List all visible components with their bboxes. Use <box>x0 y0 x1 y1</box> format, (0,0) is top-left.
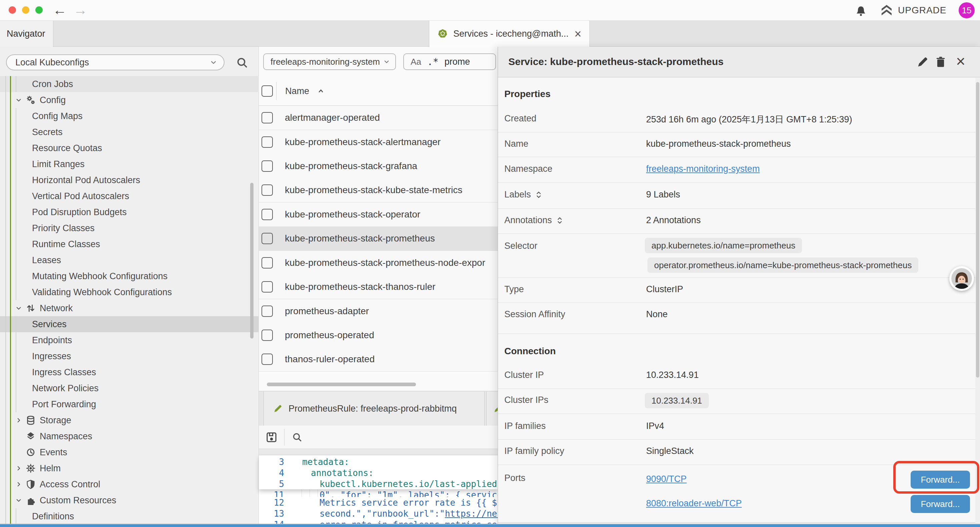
row-checkbox[interactable] <box>261 209 273 220</box>
sidebar-item-pod-disruption-budgets[interactable]: Pod Disruption Budgets <box>0 204 259 220</box>
chevron-down-icon[interactable] <box>15 496 23 504</box>
namespace-link[interactable]: freeleaps-monitoring-system <box>646 164 760 174</box>
property-value[interactable]: 9 Labels <box>646 189 680 200</box>
row-checkbox[interactable] <box>261 112 273 123</box>
sidebar-item-cron-jobs[interactable]: Cron Jobs <box>0 76 259 92</box>
close-icon[interactable]: × <box>574 27 581 41</box>
sidebar-group-config[interactable]: Config <box>0 92 259 108</box>
horizontal-scrollbar[interactable] <box>267 382 416 386</box>
table-row[interactable]: kube-prometheus-stack-grafana <box>259 154 498 178</box>
table-row-selected[interactable]: kube-prometheus-stack-prometheus <box>259 226 498 251</box>
sidebar-item-limit-ranges[interactable]: Limit Ranges <box>0 156 259 172</box>
avatar[interactable] <box>949 266 974 291</box>
search-input[interactable]: prome <box>445 57 470 67</box>
editor-search-icon[interactable] <box>291 431 303 443</box>
forward-button[interactable]: Forward... <box>911 495 970 513</box>
sidebar-item-leases[interactable]: Leases <box>0 252 259 268</box>
sidebar-item-endpoints[interactable]: Endpoints <box>0 332 259 348</box>
sidebar-item-ingresses[interactable]: Ingresses <box>0 348 259 364</box>
sort-updown-icon[interactable] <box>535 191 543 199</box>
chevron-right-icon[interactable] <box>15 416 23 424</box>
sidebar-group-access-control[interactable]: Access Control <box>0 476 259 492</box>
chevron-right-icon[interactable] <box>15 480 23 488</box>
sidebar-group-helm[interactable]: Helm <box>0 460 259 476</box>
navigator-scrollbar[interactable] <box>250 183 253 339</box>
traffic-light-zoom[interactable] <box>35 6 43 14</box>
sidebar-group-network[interactable]: Network <box>0 300 259 316</box>
notifications-bell-icon[interactable] <box>854 4 867 17</box>
row-checkbox[interactable] <box>261 233 273 244</box>
table-row[interactable]: prometheus-adapter <box>259 299 498 323</box>
editor-line[interactable]: 13 second.","runbook_url":" https://net <box>259 508 498 519</box>
sidebar-item-definitions[interactable]: Definitions <box>0 508 259 524</box>
property-value[interactable]: 2 Annotations <box>646 215 701 226</box>
sidebar-item-vertical-pod-autoscalers[interactable]: Vertical Pod Autoscalers <box>0 188 259 204</box>
resource-search-box[interactable]: Aa .* prome <box>403 53 496 70</box>
row-checkbox[interactable] <box>261 330 273 341</box>
chevron-down-icon[interactable] <box>15 96 23 104</box>
table-row[interactable]: prometheus-operated <box>259 323 498 347</box>
port-link[interactable]: 8080:reloader-web/TCP <box>646 498 742 509</box>
table-row[interactable]: kube-prometheus-stack-kube-state-metrics <box>259 178 498 202</box>
back-button[interactable]: ← <box>53 2 67 18</box>
row-checkbox[interactable] <box>261 185 273 196</box>
sidebar-item-network-policies[interactable]: Network Policies <box>0 380 259 396</box>
table-row[interactable]: kube-prometheus-stack-alertmanager <box>259 130 498 154</box>
sidebar-item-secrets[interactable]: Secrets <box>0 124 259 140</box>
sidebar-item-namespaces[interactable]: Namespaces <box>0 428 259 444</box>
table-row[interactable]: alertmanager-operated <box>259 106 498 130</box>
editor-line[interactable]: 5 kubectl.kubernetes.io/last-applied-co <box>259 478 498 489</box>
navigator-search-icon[interactable] <box>235 56 249 69</box>
close-icon[interactable]: × <box>956 52 965 70</box>
row-checkbox[interactable] <box>261 281 273 293</box>
editor-line[interactable]: 12 Metrics service error rate is {{ $va <box>259 497 498 508</box>
row-checkbox[interactable] <box>261 353 273 365</box>
sidebar-item-runtime-classes[interactable]: Runtime Classes <box>0 236 259 252</box>
sidebar-item-config-maps[interactable]: Config Maps <box>0 108 259 124</box>
save-icon[interactable] <box>265 431 278 444</box>
sidebar-item-events[interactable]: Events <box>0 444 259 460</box>
row-checkbox[interactable] <box>261 161 273 172</box>
chevron-down-icon[interactable] <box>15 304 23 312</box>
editor-link[interactable]: https://net <box>445 509 498 519</box>
row-checkbox[interactable] <box>261 306 273 317</box>
kubeconfig-selector[interactable]: Local Kubeconfigs <box>6 54 224 70</box>
drawer-scrollbar-thumb[interactable] <box>976 82 979 377</box>
row-checkbox[interactable] <box>261 137 273 148</box>
select-all-checkbox[interactable] <box>261 85 273 97</box>
table-row[interactable]: kube-prometheus-stack-operator <box>259 202 498 227</box>
upgrade-button[interactable]: UPGRADE <box>880 4 946 17</box>
edit-pencil-icon[interactable] <box>916 56 929 68</box>
regex-toggle[interactable]: .* <box>427 56 439 67</box>
sidebar-item-ingress-classes[interactable]: Ingress Classes <box>0 364 259 380</box>
sidebar-item-validating-webhook-configurations[interactable]: Validating Webhook Configurations <box>0 284 259 300</box>
profile-badge[interactable]: 15 <box>959 2 975 18</box>
table-row[interactable]: kube-prometheus-stack-prometheus-node-ex… <box>259 251 498 275</box>
port-link[interactable]: 9090/TCP <box>646 474 687 484</box>
forward-button[interactable]: → <box>73 2 88 18</box>
sidebar-item-port-forwarding[interactable]: Port Forwarding <box>0 396 259 412</box>
editor-tab-prometheusrule[interactable]: PrometheusRule: freeleaps-prod-rabbitmq <box>264 392 485 426</box>
table-row[interactable]: thanos-ruler-operated <box>259 347 498 372</box>
column-header-name[interactable]: Name <box>285 86 309 96</box>
sidebar-item-services[interactable]: Services <box>0 316 259 332</box>
tab-services[interactable]: Services - icecheng@math... × <box>429 21 590 47</box>
tab-navigator[interactable]: Navigator <box>0 21 53 47</box>
sort-ascending-icon[interactable] <box>317 87 325 96</box>
row-checkbox[interactable] <box>261 257 273 269</box>
sort-updown-icon[interactable] <box>555 216 564 225</box>
sidebar-group-custom-resources[interactable]: Custom Resources <box>0 492 259 508</box>
table-row[interactable]: kube-prometheus-stack-thanos-ruler <box>259 275 498 299</box>
editor-line[interactable]: 3 metadata: <box>259 456 498 467</box>
traffic-light-close[interactable] <box>9 6 16 14</box>
match-case-toggle[interactable]: Aa <box>410 57 421 67</box>
sidebar-item-priority-classes[interactable]: Priority Classes <box>0 220 259 236</box>
chevron-right-icon[interactable] <box>15 464 23 472</box>
sidebar-item-horizontal-pod-autoscalers[interactable]: Horizontal Pod Autoscalers <box>0 172 259 188</box>
namespace-selector[interactable]: freeleaps-monitoring-system <box>263 53 396 70</box>
editor-tab-partial[interactable] <box>486 392 498 426</box>
sidebar-item-mutating-webhook-configurations[interactable]: Mutating Webhook Configurations <box>0 268 259 284</box>
editor-line[interactable]: 4 annotations: <box>259 467 498 478</box>
sidebar-item-resource-quotas[interactable]: Resource Quotas <box>0 140 259 156</box>
traffic-light-minimize[interactable] <box>22 6 29 14</box>
